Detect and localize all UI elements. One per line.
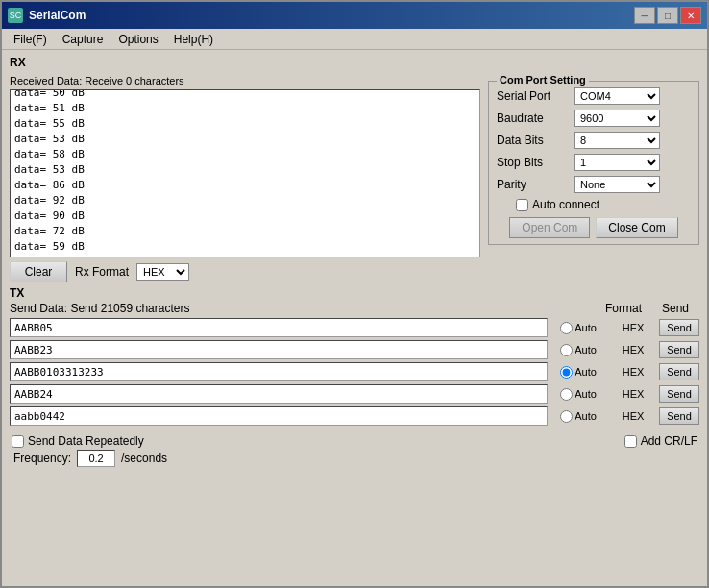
title-bar-left: SC SerialCom bbox=[8, 8, 86, 23]
data-line: data= 90 dB bbox=[14, 208, 476, 224]
tx-auto-label-4: Auto bbox=[575, 410, 597, 422]
data-bits-row: Data Bits 8 5 6 7 bbox=[497, 132, 691, 149]
menu-capture[interactable]: Capture bbox=[55, 31, 111, 48]
data-line: data= 55 dB bbox=[14, 116, 476, 132]
data-line: data= 51 dB bbox=[14, 101, 476, 116]
tx-radio-3[interactable] bbox=[560, 388, 573, 401]
format-col-header: Format bbox=[599, 302, 648, 315]
com-port-panel: Com Port Setting Serial Port COM4 COM1 C… bbox=[488, 75, 699, 282]
tx-row: Auto HEX Send bbox=[10, 340, 699, 359]
tx-format-3: HEX bbox=[609, 388, 657, 400]
auto-connect-label: Auto connect bbox=[532, 198, 599, 211]
tx-row: Auto HEX Send bbox=[10, 384, 699, 404]
title-bar: SC SerialCom ─ □ ✕ bbox=[2, 2, 707, 29]
frequency-label: Frequency: bbox=[13, 452, 71, 465]
send-col-header: Send bbox=[655, 302, 696, 315]
seconds-label: /seconds bbox=[121, 452, 167, 465]
tx-format-4: HEX bbox=[609, 410, 657, 422]
tx-radio-0[interactable] bbox=[560, 322, 573, 334]
data-line: data= 72 dB bbox=[14, 224, 476, 239]
close-com-button[interactable]: Close Com bbox=[596, 217, 677, 238]
maximize-button[interactable]: □ bbox=[657, 7, 678, 24]
tx-footer-right: Add CR/LF bbox=[624, 434, 697, 448]
tx-format-2: HEX bbox=[609, 366, 657, 378]
add-crlf-checkbox[interactable] bbox=[624, 435, 637, 448]
tx-auto-2: Auto bbox=[550, 366, 607, 379]
add-crlf-label: Add CR/LF bbox=[641, 434, 697, 448]
com-port-title: Com Port Setting bbox=[497, 74, 589, 86]
tx-radio-1[interactable] bbox=[560, 344, 573, 356]
serial-port-row: Serial Port COM4 COM1 COM2 COM3 COM5 bbox=[497, 87, 691, 105]
content-area: RX Received Data: Receive 0 characters d… bbox=[2, 50, 707, 586]
close-icon: ✕ bbox=[687, 11, 695, 21]
send-data-header: Send Data: Send 21059 characters bbox=[10, 302, 189, 315]
tx-format-0: HEX bbox=[609, 322, 657, 333]
data-line: data= 50 dB bbox=[14, 89, 476, 101]
baudrate-row: Baudrate 9600 4800 19200 38400 115200 bbox=[497, 110, 691, 127]
tx-radio-2[interactable] bbox=[560, 366, 573, 379]
tx-input-4[interactable] bbox=[10, 406, 548, 426]
data-line: data= 53 dB bbox=[14, 162, 476, 178]
tx-auto-label-0: Auto bbox=[575, 322, 597, 333]
tx-send-button-2[interactable]: Send bbox=[659, 363, 699, 380]
tx-input-2[interactable] bbox=[10, 362, 548, 381]
tx-format-1: HEX bbox=[609, 344, 657, 355]
close-button[interactable]: ✕ bbox=[680, 7, 701, 24]
com-port-group: Com Port Setting Serial Port COM4 COM1 C… bbox=[488, 81, 699, 245]
data-display[interactable]: data= 50 dBdata= 51 dBdata= 55 dBdata= 5… bbox=[10, 89, 480, 257]
data-line: data= 86 dB bbox=[14, 178, 476, 193]
parity-select[interactable]: None Odd Even Mark Space bbox=[574, 176, 660, 193]
data-line: data= 53 dB bbox=[14, 132, 476, 147]
tx-radio-4[interactable] bbox=[560, 410, 573, 423]
rx-format-select[interactable]: HEX ASCII DEC bbox=[136, 263, 189, 281]
tx-header: Send Data: Send 21059 characters Format … bbox=[10, 302, 699, 315]
open-com-button[interactable]: Open Com bbox=[509, 217, 590, 238]
menu-options[interactable]: Options bbox=[110, 31, 165, 48]
menu-bar: File(F) Capture Options Help(H) bbox=[2, 29, 707, 50]
tx-row: Auto HEX Send bbox=[10, 362, 699, 381]
menu-file[interactable]: File(F) bbox=[6, 31, 55, 48]
serial-port-label: Serial Port bbox=[497, 89, 574, 103]
tx-section-label: TX bbox=[10, 286, 699, 300]
received-data-header: Received Data: Receive 0 characters bbox=[10, 75, 480, 86]
baudrate-label: Baudrate bbox=[497, 111, 574, 125]
tx-auto-0: Auto bbox=[550, 322, 607, 334]
minimize-button[interactable]: ─ bbox=[634, 7, 655, 24]
data-bits-select[interactable]: 8 5 6 7 bbox=[574, 132, 660, 149]
auto-connect-checkbox[interactable] bbox=[516, 199, 528, 211]
clear-button[interactable]: Clear bbox=[10, 261, 67, 282]
stop-bits-label: Stop Bits bbox=[497, 156, 574, 169]
main-window: SC SerialCom ─ □ ✕ File(F) Capture Optio… bbox=[0, 0, 709, 588]
tx-auto-label-3: Auto bbox=[575, 388, 597, 400]
tx-input-3[interactable] bbox=[10, 384, 548, 404]
parity-row: Parity None Odd Even Mark Space bbox=[497, 176, 691, 193]
tx-section: TX Send Data: Send 21059 characters Form… bbox=[10, 286, 699, 580]
rx-section-label: RX bbox=[10, 56, 699, 69]
app-icon: SC bbox=[8, 8, 23, 23]
tx-input-0[interactable] bbox=[10, 318, 548, 337]
send-repeatedly-checkbox[interactable] bbox=[12, 435, 24, 448]
serial-port-select[interactable]: COM4 COM1 COM2 COM3 COM5 bbox=[574, 87, 660, 105]
minimize-icon: ─ bbox=[641, 11, 648, 21]
data-line: data= 58 dB bbox=[14, 147, 476, 162]
tx-auto-4: Auto bbox=[550, 410, 607, 423]
com-buttons: Open Com Close Com bbox=[497, 217, 691, 238]
tx-footer-left: Send Data Repeatedly bbox=[12, 434, 144, 448]
stop-bits-select[interactable]: 1 1.5 2 bbox=[574, 154, 660, 171]
maximize-icon: □ bbox=[665, 11, 671, 21]
frequency-input[interactable] bbox=[77, 450, 115, 467]
tx-row: Auto HEX Send bbox=[10, 318, 699, 337]
tx-auto-1: Auto bbox=[550, 344, 607, 356]
tx-row: Auto HEX Send bbox=[10, 406, 699, 426]
tx-send-button-3[interactable]: Send bbox=[659, 385, 699, 403]
tx-send-button-0[interactable]: Send bbox=[659, 319, 699, 336]
baudrate-select[interactable]: 9600 4800 19200 38400 115200 bbox=[574, 110, 660, 127]
tx-send-button-4[interactable]: Send bbox=[659, 407, 699, 425]
send-repeatedly-label: Send Data Repeatedly bbox=[28, 434, 144, 448]
tx-auto-label-1: Auto bbox=[575, 344, 597, 355]
tx-input-1[interactable] bbox=[10, 340, 548, 359]
tx-rows-container: Auto HEX Send Auto HEX Send Auto HEX Sen… bbox=[10, 318, 699, 429]
tx-send-button-1[interactable]: Send bbox=[659, 341, 699, 358]
stop-bits-row: Stop Bits 1 1.5 2 bbox=[497, 154, 691, 171]
menu-help[interactable]: Help(H) bbox=[166, 31, 221, 48]
